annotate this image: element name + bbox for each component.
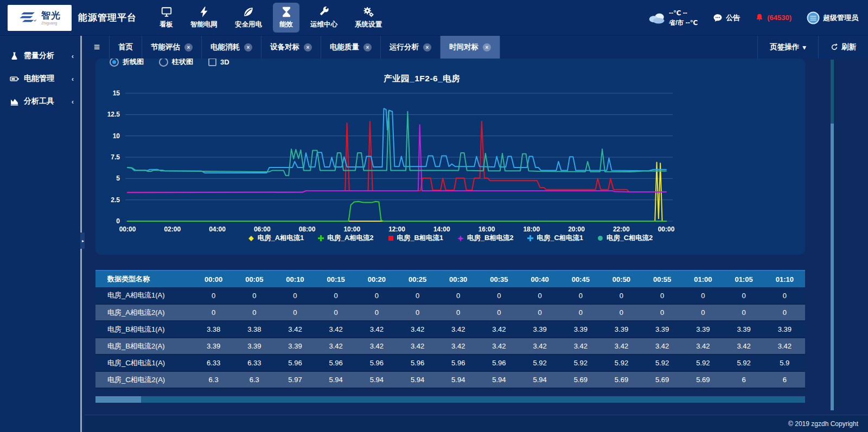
table-cell: 5.94 (478, 371, 519, 388)
bar-chart-radio[interactable]: 柱状图 (159, 59, 193, 67)
hourglass-icon (280, 6, 292, 18)
tab-label: 运行分析 (390, 42, 419, 52)
tab-4[interactable]: 电能质量× (321, 36, 381, 59)
tab-1[interactable]: 节能评估× (142, 36, 202, 59)
legend-item-1[interactable]: 电房_A相电流2 (318, 234, 373, 243)
table-cell: 6 (764, 371, 805, 388)
logo-text-cn: 智光 (41, 11, 61, 20)
table-header-cell: 01:05 (723, 270, 764, 287)
diamond-marker-icon (248, 235, 254, 242)
table-cell: 0 (316, 304, 356, 321)
row-label: 电房_A相电流2(A) (95, 304, 193, 321)
tab-6[interactable]: 时间对标× (441, 36, 500, 59)
nav-kanban[interactable]: 看板 (153, 3, 180, 33)
tab-0[interactable]: 首页 (110, 36, 142, 59)
battery-icon (10, 74, 19, 83)
table-cell: 3.39 (723, 321, 764, 338)
nav-safe-power[interactable]: 安全用电 (228, 3, 269, 33)
legend-item-3[interactable]: 电房_B相电流2 (457, 234, 513, 243)
app-window: 智光 Zhiguang 能源管理平台 看板 智能电网 安全用电 能效 (0, 0, 868, 432)
legend-item-4[interactable]: 电房_C相电流1 (527, 234, 583, 243)
alarm-button[interactable]: (64530) (755, 13, 792, 22)
table-cell: 0 (723, 287, 764, 304)
avatar (807, 11, 820, 24)
top-navbar: 智光 Zhiguang 能源管理平台 看板 智能电网 安全用电 能效 (0, 0, 868, 36)
vertical-scrollbar[interactable] (831, 60, 834, 410)
chart-panel: 折线图 柱状图 3D 产业园_1F2-6_电房 02.557.51012.515… (95, 59, 805, 255)
tab-label: 时间对标 (449, 42, 478, 52)
tab-close-icon[interactable]: × (483, 43, 491, 51)
table-cell: 0 (560, 287, 601, 304)
vertical-scrollbar-thumb[interactable] (831, 124, 834, 410)
tab-close-icon[interactable]: × (363, 43, 372, 51)
table-cell: 0 (193, 304, 234, 321)
table-cell: 5.96 (438, 354, 478, 371)
table-cell: 0 (764, 304, 805, 321)
sidebar: 需量分析 ‹ 电能管理 ‹ 分析工具 ‹ (0, 36, 80, 432)
sidebar-item-analysis-tools[interactable]: 分析工具 ‹ (0, 90, 80, 113)
legend-item-2[interactable]: 电房_B相电流1 (388, 234, 443, 243)
user-menu[interactable]: 超级管理员 (807, 11, 858, 24)
tab-menu-button[interactable]: ≡ (85, 36, 110, 59)
nav-system-settings[interactable]: 系统设置 (348, 3, 388, 33)
table-cell: 0 (234, 304, 275, 321)
line-chart-radio[interactable]: 折线图 (110, 59, 144, 67)
bolt-icon (198, 6, 210, 18)
3d-checkbox[interactable]: 3D (208, 59, 229, 66)
legend-item-0[interactable]: 电房_A相电流1 (248, 234, 304, 243)
table-cell: 3.38 (234, 321, 275, 338)
table-cell: 0 (234, 287, 275, 304)
horizontal-scrollbar[interactable] (95, 396, 805, 403)
tab-close-icon[interactable]: × (423, 43, 431, 51)
table-cell: 3.42 (478, 321, 519, 338)
table-cell: 5.94 (316, 371, 356, 388)
tab-close-icon[interactable]: × (244, 43, 252, 51)
notice-button[interactable]: 公告 (713, 13, 740, 23)
table-cell: 3.39 (193, 338, 234, 354)
sidebar-item-power-management[interactable]: 电能管理 ‹ (0, 67, 80, 90)
table-cell: 5.96 (478, 354, 519, 371)
table-cell: 0 (478, 287, 519, 304)
table-cell: 5.69 (601, 371, 642, 388)
chart-title: 产业园_1F2-6_电房 (95, 73, 748, 85)
nav-smart-grid[interactable]: 智能电网 (184, 3, 224, 33)
refresh-label: 刷新 (841, 42, 856, 52)
line-chart[interactable]: 02.557.51012.51500:0002:0004:0006:0008:0… (95, 86, 805, 233)
table-cell: 3.42 (438, 321, 478, 338)
table-cell: 3.39 (275, 338, 315, 354)
table-header-cell: 00:30 (438, 270, 478, 287)
tab-close-icon[interactable]: × (184, 43, 193, 51)
table-cell: 5.92 (560, 354, 601, 371)
nav-label: 智能电网 (190, 20, 218, 29)
tab-close-icon[interactable]: × (304, 43, 312, 51)
table-cell: 0 (438, 287, 478, 304)
star-marker-icon (457, 235, 464, 242)
main-menu: 看板 智能电网 安全用电 能效 运维中心 (153, 3, 388, 33)
nav-ops-center[interactable]: 运维中心 (304, 3, 344, 33)
table-cell: 5.69 (642, 371, 682, 388)
tab-5[interactable]: 运行分析× (381, 36, 441, 59)
table-row: 电房_C相电流1(A)6.336.335.965.965.965.965.965… (95, 354, 805, 371)
table-cell: 3.38 (193, 321, 234, 338)
chevron-left-icon: ‹ (72, 75, 74, 83)
table-header-cell: 00:00 (193, 270, 234, 287)
table-cell: 6.3 (234, 371, 275, 388)
tab-3[interactable]: 设备对标× (261, 36, 321, 59)
tab-2[interactable]: 电能消耗× (202, 36, 261, 59)
sidebar-divider: ▸ (80, 36, 85, 432)
table-cell: 0 (356, 287, 397, 304)
refresh-button[interactable]: 刷新 (818, 36, 868, 59)
tab-operations-button[interactable]: 页签操作 ▾ (757, 36, 818, 59)
sidebar-item-demand-analysis[interactable]: 需量分析 ‹ (0, 44, 80, 67)
table-cell: 5.9 (764, 354, 805, 371)
table-cell: 0 (560, 304, 601, 321)
row-label: 电房_C相电流2(A) (95, 371, 193, 388)
nav-energy-efficiency[interactable]: 能效 (273, 3, 299, 33)
table-cell: 3.39 (764, 321, 805, 338)
legend-item-5[interactable]: 电房_C相电流2 (597, 234, 653, 243)
table-header-row: 数据类型名称00:0000:0500:1000:1500:2000:2500:3… (95, 270, 805, 287)
square-marker-icon (388, 235, 394, 241)
horizontal-scrollbar-thumb[interactable] (95, 396, 141, 403)
wrench-icon (318, 6, 330, 18)
table-cell: 5.92 (642, 354, 682, 371)
